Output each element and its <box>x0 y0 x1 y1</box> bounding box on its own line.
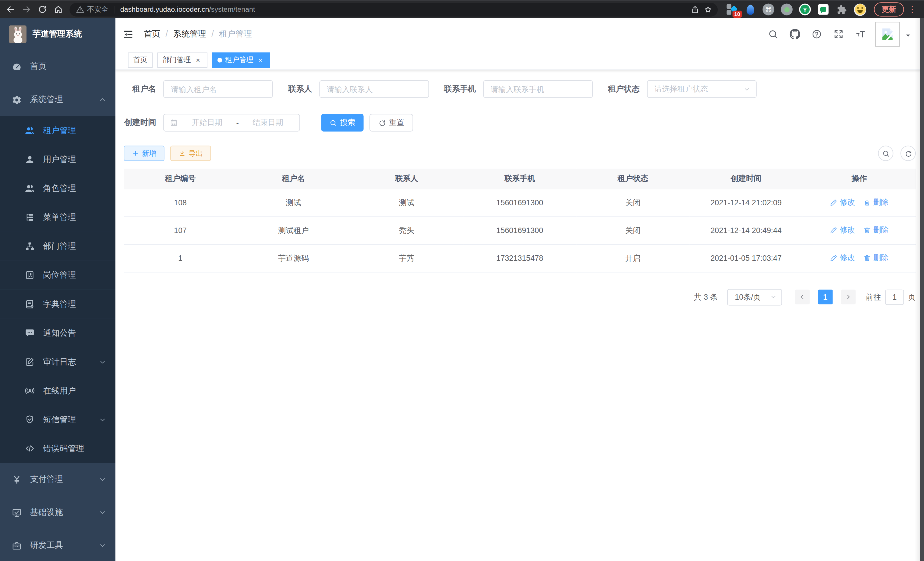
page-url: dashboard.yudao.iocoder.cn/system/tenant <box>120 5 255 14</box>
edit-link[interactable]: 修改 <box>830 225 855 235</box>
reset-button[interactable]: 重置 <box>369 114 413 132</box>
sidebar: 芋道管理系统 首页系统管理租户管理用户管理角色管理菜单管理部门管理岗位管理字典管… <box>0 18 116 561</box>
address-bar[interactable]: 不安全 dashboard.yudao.iocoder.cn/system/te… <box>69 3 718 16</box>
tab-tenant[interactable]: 租户管理× <box>212 52 270 68</box>
extension-badge: 10 <box>733 11 742 18</box>
squares-diamond-extension-icon[interactable]: 10 <box>726 3 738 15</box>
command-extension-icon[interactable]: ⌘ <box>763 3 774 15</box>
table-cell: 测试 <box>237 189 350 217</box>
page-size-select[interactable]: 10条/页 <box>727 289 782 305</box>
browser-reload-icon[interactable] <box>34 2 50 17</box>
table-cell: 2021-12-14 21:02:09 <box>689 189 802 217</box>
browser-forward-icon[interactable] <box>18 2 34 17</box>
not-secure-warning-icon <box>76 5 84 14</box>
chevron-down-icon <box>99 476 106 483</box>
add-button[interactable]: 新增 <box>124 146 164 161</box>
sidebar-item-sms[interactable]: 短信管理 <box>0 405 116 434</box>
edit-link[interactable]: 修改 <box>830 253 855 263</box>
date-range-picker[interactable]: 开始日期 - 结束日期 <box>163 114 300 132</box>
export-button[interactable]: 导出 <box>170 146 211 161</box>
sidebar-item-user[interactable]: 用户管理 <box>0 145 116 174</box>
contact-input[interactable] <box>319 80 429 98</box>
delete-link[interactable]: 删除 <box>863 253 889 263</box>
delete-link[interactable]: 删除 <box>863 197 889 208</box>
chat-extension-icon[interactable] <box>818 3 829 15</box>
column-header: 租户状态 <box>576 169 689 189</box>
sidebar-item-notice[interactable]: 通知公告 <box>0 319 116 347</box>
omnibox-divider <box>114 6 114 14</box>
actions-cell: 修改删除 <box>802 189 916 217</box>
chevron-down-icon <box>99 416 106 423</box>
toggle-search-button[interactable] <box>878 146 893 161</box>
main-area: 首页/系统管理/租户管理 首页部门管理×租户管理× 租户 <box>116 18 924 561</box>
sidebar-item-post[interactable]: 岗位管理 <box>0 261 116 290</box>
user-avatar[interactable] <box>875 22 900 47</box>
refresh-table-button[interactable] <box>901 146 916 161</box>
goto-page-input[interactable] <box>885 289 904 305</box>
browser-scrollbar[interactable] <box>920 18 924 561</box>
trash-icon <box>863 199 871 206</box>
sidebar-item-pay[interactable]: 支付管理 <box>0 463 116 496</box>
edit-link[interactable]: 修改 <box>830 197 855 208</box>
sidebar-item-dict[interactable]: 字典管理 <box>0 290 116 319</box>
sidebar-item-online-user[interactable]: 在线用户 <box>0 376 116 405</box>
sidebar-item-home[interactable]: 首页 <box>0 50 116 83</box>
status-select[interactable]: 请选择租户状态 <box>647 80 757 98</box>
extensions-puzzle-icon[interactable] <box>836 3 848 15</box>
sidebar-item-label: 字典管理 <box>43 299 76 309</box>
sidebar-item-role[interactable]: 角色管理 <box>0 174 116 203</box>
trash-icon <box>863 254 871 262</box>
browser-update-button[interactable]: 更新 <box>874 2 904 17</box>
sidebar-collapse-icon[interactable] <box>123 29 134 40</box>
avatar-caret-down-icon[interactable] <box>904 31 912 38</box>
help-icon[interactable] <box>812 29 822 39</box>
shield-icon <box>25 415 35 425</box>
sidebar-item-menu[interactable]: 菜单管理 <box>0 203 116 232</box>
sidebar-menu: 首页系统管理租户管理用户管理角色管理菜单管理部门管理岗位管理字典管理通知公告审计… <box>0 50 116 561</box>
sidebar-item-dept[interactable]: 部门管理 <box>0 232 116 261</box>
sidebar-item-audit-log[interactable]: 审计日志 <box>0 347 116 376</box>
sidebar-item-tenant[interactable]: 租户管理 <box>0 116 116 145</box>
table-cell: 1 <box>124 244 237 272</box>
search-button[interactable]: 搜索 <box>321 114 364 132</box>
chevron-down-icon <box>743 86 750 92</box>
sidebar-logo[interactable]: 芋道管理系统 <box>0 18 116 50</box>
tenant-name-input[interactable] <box>163 80 273 98</box>
contact-label: 联系人 <box>288 84 312 94</box>
prev-page-button[interactable] <box>795 290 810 305</box>
font-size-icon[interactable] <box>855 29 866 39</box>
browser-back-icon[interactable] <box>2 2 18 17</box>
github-icon[interactable] <box>790 29 800 39</box>
column-header: 租户编号 <box>124 169 237 189</box>
pencil-icon <box>830 199 837 206</box>
header-search-icon[interactable] <box>768 29 778 39</box>
tab-home[interactable]: 首页 <box>128 52 153 68</box>
tab-dept[interactable]: 部门管理× <box>158 52 207 68</box>
green-dot-extension-icon[interactable] <box>781 3 793 15</box>
sidebar-item-label: 研发工具 <box>30 540 63 551</box>
sidebar-item-system[interactable]: 系统管理 <box>0 83 116 116</box>
breadcrumb-system[interactable]: 系统管理 <box>173 29 206 38</box>
delete-link[interactable]: 删除 <box>863 225 889 235</box>
yudao-extension-icon[interactable]: Y <box>799 3 811 15</box>
fullscreen-icon[interactable] <box>833 29 844 39</box>
column-header: 创建时间 <box>689 169 802 189</box>
sidebar-item-dev-tool[interactable]: 研发工具 <box>0 529 116 561</box>
balloon-extension-icon[interactable] <box>744 3 756 15</box>
share-icon[interactable] <box>688 3 701 16</box>
breadcrumb-home[interactable]: 首页 <box>144 29 160 38</box>
app-title: 芋道管理系统 <box>32 29 82 39</box>
sidebar-item-infra[interactable]: 基础设施 <box>0 496 116 529</box>
browser-menu-kebab-icon[interactable]: ⋮ <box>908 4 917 15</box>
calendar-icon <box>170 119 178 127</box>
bookmark-star-icon[interactable] <box>701 3 714 16</box>
sidebar-item-error-code[interactable]: 错误码管理 <box>0 434 116 463</box>
tab-close-icon[interactable]: × <box>256 56 265 64</box>
profile-avatar-icon[interactable] <box>854 3 866 15</box>
next-page-button[interactable] <box>841 290 856 305</box>
current-page[interactable]: 1 <box>818 290 833 305</box>
mobile-input[interactable] <box>483 80 592 98</box>
users-icon <box>25 126 35 135</box>
tab-close-icon[interactable]: × <box>194 56 202 64</box>
browser-home-icon[interactable] <box>50 2 66 17</box>
